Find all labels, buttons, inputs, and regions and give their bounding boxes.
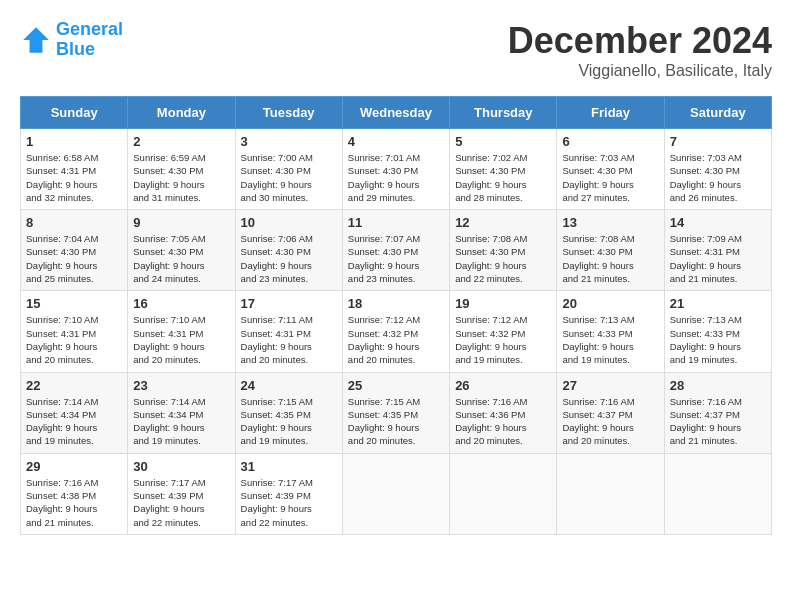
weekday-header-tuesday: Tuesday bbox=[235, 97, 342, 129]
day-cell-2: 2Sunrise: 6:59 AMSunset: 4:30 PMDaylight… bbox=[128, 129, 235, 210]
day-cell-28: 28Sunrise: 7:16 AMSunset: 4:37 PMDayligh… bbox=[664, 372, 771, 453]
day-info: Sunrise: 7:16 AMSunset: 4:36 PMDaylight:… bbox=[455, 395, 551, 448]
day-info: Sunrise: 7:11 AMSunset: 4:31 PMDaylight:… bbox=[241, 313, 337, 366]
day-cell-17: 17Sunrise: 7:11 AMSunset: 4:31 PMDayligh… bbox=[235, 291, 342, 372]
day-number: 19 bbox=[455, 296, 551, 311]
weekday-header-thursday: Thursday bbox=[450, 97, 557, 129]
day-number: 25 bbox=[348, 378, 444, 393]
day-number: 6 bbox=[562, 134, 658, 149]
day-cell-3: 3Sunrise: 7:00 AMSunset: 4:30 PMDaylight… bbox=[235, 129, 342, 210]
week-row-1: 1Sunrise: 6:58 AMSunset: 4:31 PMDaylight… bbox=[21, 129, 772, 210]
day-info: Sunrise: 7:10 AMSunset: 4:31 PMDaylight:… bbox=[26, 313, 122, 366]
day-number: 10 bbox=[241, 215, 337, 230]
day-cell-18: 18Sunrise: 7:12 AMSunset: 4:32 PMDayligh… bbox=[342, 291, 449, 372]
day-cell-15: 15Sunrise: 7:10 AMSunset: 4:31 PMDayligh… bbox=[21, 291, 128, 372]
empty-cell bbox=[557, 453, 664, 534]
day-number: 23 bbox=[133, 378, 229, 393]
logo-text: General Blue bbox=[56, 20, 123, 60]
day-info: Sunrise: 7:03 AMSunset: 4:30 PMDaylight:… bbox=[562, 151, 658, 204]
day-info: Sunrise: 6:58 AMSunset: 4:31 PMDaylight:… bbox=[26, 151, 122, 204]
day-info: Sunrise: 7:08 AMSunset: 4:30 PMDaylight:… bbox=[455, 232, 551, 285]
day-info: Sunrise: 7:00 AMSunset: 4:30 PMDaylight:… bbox=[241, 151, 337, 204]
day-cell-21: 21Sunrise: 7:13 AMSunset: 4:33 PMDayligh… bbox=[664, 291, 771, 372]
day-info: Sunrise: 7:17 AMSunset: 4:39 PMDaylight:… bbox=[241, 476, 337, 529]
day-number: 20 bbox=[562, 296, 658, 311]
day-number: 16 bbox=[133, 296, 229, 311]
empty-cell bbox=[450, 453, 557, 534]
day-cell-26: 26Sunrise: 7:16 AMSunset: 4:36 PMDayligh… bbox=[450, 372, 557, 453]
day-info: Sunrise: 7:13 AMSunset: 4:33 PMDaylight:… bbox=[562, 313, 658, 366]
week-row-2: 8Sunrise: 7:04 AMSunset: 4:30 PMDaylight… bbox=[21, 210, 772, 291]
day-number: 11 bbox=[348, 215, 444, 230]
day-info: Sunrise: 7:10 AMSunset: 4:31 PMDaylight:… bbox=[133, 313, 229, 366]
day-cell-27: 27Sunrise: 7:16 AMSunset: 4:37 PMDayligh… bbox=[557, 372, 664, 453]
location-title: Viggianello, Basilicate, Italy bbox=[508, 62, 772, 80]
day-number: 14 bbox=[670, 215, 766, 230]
weekday-header-sunday: Sunday bbox=[21, 97, 128, 129]
day-info: Sunrise: 7:05 AMSunset: 4:30 PMDaylight:… bbox=[133, 232, 229, 285]
weekday-header-row: SundayMondayTuesdayWednesdayThursdayFrid… bbox=[21, 97, 772, 129]
day-info: Sunrise: 7:17 AMSunset: 4:39 PMDaylight:… bbox=[133, 476, 229, 529]
day-info: Sunrise: 7:12 AMSunset: 4:32 PMDaylight:… bbox=[455, 313, 551, 366]
day-cell-31: 31Sunrise: 7:17 AMSunset: 4:39 PMDayligh… bbox=[235, 453, 342, 534]
day-cell-23: 23Sunrise: 7:14 AMSunset: 4:34 PMDayligh… bbox=[128, 372, 235, 453]
logo: General Blue bbox=[20, 20, 123, 60]
day-number: 9 bbox=[133, 215, 229, 230]
day-cell-20: 20Sunrise: 7:13 AMSunset: 4:33 PMDayligh… bbox=[557, 291, 664, 372]
day-info: Sunrise: 7:04 AMSunset: 4:30 PMDaylight:… bbox=[26, 232, 122, 285]
day-info: Sunrise: 7:16 AMSunset: 4:38 PMDaylight:… bbox=[26, 476, 122, 529]
day-info: Sunrise: 7:09 AMSunset: 4:31 PMDaylight:… bbox=[670, 232, 766, 285]
day-number: 13 bbox=[562, 215, 658, 230]
day-number: 28 bbox=[670, 378, 766, 393]
day-number: 7 bbox=[670, 134, 766, 149]
weekday-header-monday: Monday bbox=[128, 97, 235, 129]
day-number: 24 bbox=[241, 378, 337, 393]
day-info: Sunrise: 7:08 AMSunset: 4:30 PMDaylight:… bbox=[562, 232, 658, 285]
day-cell-29: 29Sunrise: 7:16 AMSunset: 4:38 PMDayligh… bbox=[21, 453, 128, 534]
page-header: General Blue December 2024 Viggianello, … bbox=[20, 20, 772, 80]
day-info: Sunrise: 7:06 AMSunset: 4:30 PMDaylight:… bbox=[241, 232, 337, 285]
week-row-3: 15Sunrise: 7:10 AMSunset: 4:31 PMDayligh… bbox=[21, 291, 772, 372]
empty-cell bbox=[664, 453, 771, 534]
day-number: 1 bbox=[26, 134, 122, 149]
weekday-header-friday: Friday bbox=[557, 97, 664, 129]
day-number: 15 bbox=[26, 296, 122, 311]
day-number: 5 bbox=[455, 134, 551, 149]
calendar-table: SundayMondayTuesdayWednesdayThursdayFrid… bbox=[20, 96, 772, 535]
day-cell-10: 10Sunrise: 7:06 AMSunset: 4:30 PMDayligh… bbox=[235, 210, 342, 291]
day-info: Sunrise: 7:13 AMSunset: 4:33 PMDaylight:… bbox=[670, 313, 766, 366]
day-cell-5: 5Sunrise: 7:02 AMSunset: 4:30 PMDaylight… bbox=[450, 129, 557, 210]
day-number: 2 bbox=[133, 134, 229, 149]
week-row-5: 29Sunrise: 7:16 AMSunset: 4:38 PMDayligh… bbox=[21, 453, 772, 534]
weekday-header-saturday: Saturday bbox=[664, 97, 771, 129]
day-cell-25: 25Sunrise: 7:15 AMSunset: 4:35 PMDayligh… bbox=[342, 372, 449, 453]
day-info: Sunrise: 7:12 AMSunset: 4:32 PMDaylight:… bbox=[348, 313, 444, 366]
day-cell-12: 12Sunrise: 7:08 AMSunset: 4:30 PMDayligh… bbox=[450, 210, 557, 291]
day-number: 3 bbox=[241, 134, 337, 149]
day-info: Sunrise: 7:16 AMSunset: 4:37 PMDaylight:… bbox=[562, 395, 658, 448]
day-info: Sunrise: 7:02 AMSunset: 4:30 PMDaylight:… bbox=[455, 151, 551, 204]
day-info: Sunrise: 7:15 AMSunset: 4:35 PMDaylight:… bbox=[348, 395, 444, 448]
day-info: Sunrise: 7:07 AMSunset: 4:30 PMDaylight:… bbox=[348, 232, 444, 285]
title-block: December 2024 Viggianello, Basilicate, I… bbox=[508, 20, 772, 80]
day-cell-6: 6Sunrise: 7:03 AMSunset: 4:30 PMDaylight… bbox=[557, 129, 664, 210]
weekday-header-wednesday: Wednesday bbox=[342, 97, 449, 129]
day-info: Sunrise: 7:15 AMSunset: 4:35 PMDaylight:… bbox=[241, 395, 337, 448]
day-info: Sunrise: 6:59 AMSunset: 4:30 PMDaylight:… bbox=[133, 151, 229, 204]
day-cell-30: 30Sunrise: 7:17 AMSunset: 4:39 PMDayligh… bbox=[128, 453, 235, 534]
day-cell-16: 16Sunrise: 7:10 AMSunset: 4:31 PMDayligh… bbox=[128, 291, 235, 372]
day-cell-24: 24Sunrise: 7:15 AMSunset: 4:35 PMDayligh… bbox=[235, 372, 342, 453]
day-cell-4: 4Sunrise: 7:01 AMSunset: 4:30 PMDaylight… bbox=[342, 129, 449, 210]
day-number: 30 bbox=[133, 459, 229, 474]
month-title: December 2024 bbox=[508, 20, 772, 62]
week-row-4: 22Sunrise: 7:14 AMSunset: 4:34 PMDayligh… bbox=[21, 372, 772, 453]
day-cell-8: 8Sunrise: 7:04 AMSunset: 4:30 PMDaylight… bbox=[21, 210, 128, 291]
day-cell-14: 14Sunrise: 7:09 AMSunset: 4:31 PMDayligh… bbox=[664, 210, 771, 291]
logo-icon bbox=[20, 24, 52, 56]
day-info: Sunrise: 7:01 AMSunset: 4:30 PMDaylight:… bbox=[348, 151, 444, 204]
day-number: 12 bbox=[455, 215, 551, 230]
day-info: Sunrise: 7:16 AMSunset: 4:37 PMDaylight:… bbox=[670, 395, 766, 448]
day-cell-13: 13Sunrise: 7:08 AMSunset: 4:30 PMDayligh… bbox=[557, 210, 664, 291]
day-number: 21 bbox=[670, 296, 766, 311]
day-number: 18 bbox=[348, 296, 444, 311]
